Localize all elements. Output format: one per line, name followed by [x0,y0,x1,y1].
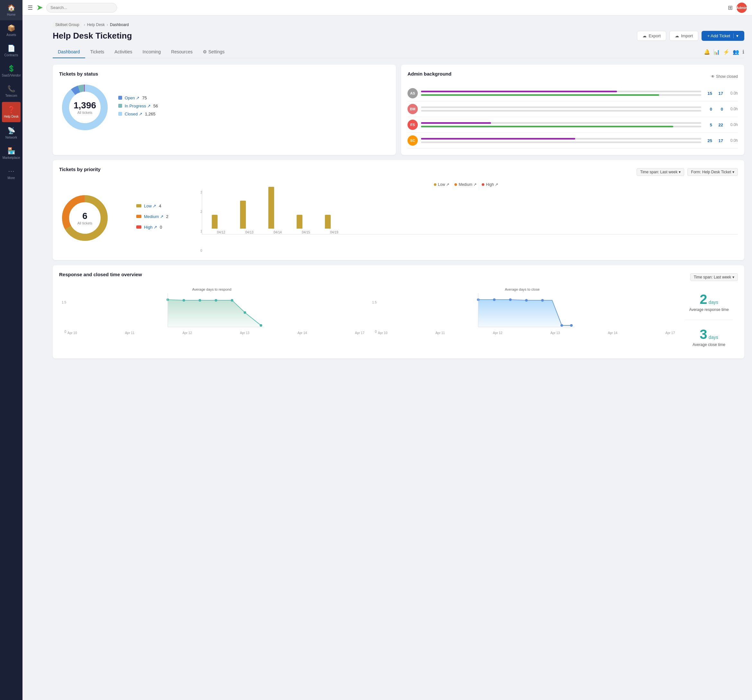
admin-bars [421,138,701,143]
respond-chart-area: Apr 10 Apr 11 Apr 12 Apr 13 Apr 14 Apr 1… [67,293,364,335]
response-overview-card: Response and closed time overview Time s… [53,265,744,359]
show-closed-toggle[interactable]: 👁 Show closed [711,74,738,79]
form-filter[interactable]: Form: Help Desk Ticket ▾ [687,168,738,176]
sidebar-item-telecom[interactable]: 📞 Telecom [0,81,22,101]
dropdown-arrow-icon: ▾ [733,33,738,38]
info-icon[interactable]: ℹ [743,49,744,55]
sidebar-item-marketplace[interactable]: 🏪 Marketplace [0,143,22,163]
people-icon[interactable]: 👥 [733,49,739,55]
saas-icon: 💲 [8,65,16,72]
sidebar-item-network[interactable]: 📡 Network [0,123,22,143]
avg-response-stat: 2 days Average response time [685,292,733,312]
admin-background-card: Admin background 👁 Show closed AS 15 17 … [401,65,744,155]
chevron-down-icon: ▾ [732,275,734,279]
breadcrumb: Skillset Group › Help Desk › Dashboard [53,22,744,28]
add-ticket-button[interactable]: + Add Ticket ▾ [702,31,744,41]
chevron-down-icon: ▾ [679,170,681,174]
helpdesk-icon: ❓ [8,106,16,114]
admin-num2: 0 [715,107,723,112]
grid-icon[interactable]: ⊞ [728,4,733,11]
closed-dot [118,112,122,116]
stat-divider [685,320,733,320]
tab-activities[interactable]: Activities [109,46,137,58]
network-icon: 📡 [8,127,16,134]
svg-point-23 [561,324,563,327]
legend-inprogress: In Progress ↗ 56 [118,104,158,108]
admin-bars [421,122,701,128]
priority-filters: Time span: Last week ▾ Form: Help Desk T… [637,168,738,176]
close-chart: Average days to close 1.5 0 [370,288,675,335]
tab-resources[interactable]: Resources [166,46,197,58]
vbar-group: 04/15 [297,187,315,234]
sidebar-item-more[interactable]: ⋯ More [0,163,22,184]
vbar-legend: Low ↗ Medium ↗ High ↗ [194,182,738,187]
search-input[interactable] [46,3,117,12]
export-button[interactable]: ☁ Export [637,31,666,41]
svg-point-19 [493,299,496,301]
sidebar-item-home[interactable]: 🏠 Home [0,0,22,20]
close-line-chart [378,293,675,328]
vbar-chart-container: Low ↗ Medium ↗ High ↗ 3210 [194,182,738,254]
svg-point-15 [259,324,262,327]
vbar-date-label: 04/13 [245,230,253,234]
import-icon: ☁ [675,33,679,38]
page-header: Help Desk Ticketing ☁ Export ☁ Import + … [53,31,744,41]
more-icon: ⋯ [8,167,14,175]
close-x-labels: Apr 10 Apr 11 Apr 12 Apr 13 Apr 14 Apr 1… [378,331,675,335]
priority-donut: 6 All tickets [59,192,110,244]
filter-icon[interactable]: ⚡ [723,49,730,55]
donut-center: 1,396 All tickets [74,100,96,115]
sidebar-item-helpdesk[interactable]: ❓ Help Desk [2,102,20,122]
vbar-legend-high: High ↗ [482,182,498,187]
contracts-icon: 📄 [8,44,16,52]
admin-num1: 25 [704,138,712,143]
svg-point-22 [541,299,544,302]
admin-num1: 15 [704,91,712,96]
svg-point-24 [570,324,573,327]
hamburger-menu[interactable]: ☰ [28,4,33,11]
eye-icon: 👁 [711,74,715,79]
avatar[interactable]: Admin [736,3,747,13]
import-button[interactable]: ☁ Import [670,31,698,41]
admin-row: FS 5 22 0.0h [407,117,738,133]
vbar-date-label: 04/15 [302,230,310,234]
page-title: Help Desk Ticketing [53,31,637,41]
admin-bars [421,106,701,112]
svg-point-12 [215,299,217,302]
tabs: Dashboard Tickets Activities Incoming Re… [53,46,744,58]
priority-legend: Low ↗ 4 Medium ↗ 2 High ↗ 0 [136,204,188,233]
admin-row: BM 0 0 0.0h [407,101,738,117]
sidebar-item-assets[interactable]: 📦 Assets [0,20,22,40]
brand-logo: ➤ [37,3,42,12]
admin-avatar: FS [407,120,418,130]
breadcrumb-parent[interactable]: Help Desk [87,22,105,27]
close-chart-title: Average days to close [370,288,675,291]
admin-row: SC 25 17 0.0h [407,133,738,149]
cards-row-1: Tickets by status [53,65,744,155]
chart-icon[interactable]: 📊 [713,49,720,55]
tickets-by-status-card: Tickets by status [53,65,396,155]
sidebar-item-contracts[interactable]: 📄 Contracts [0,40,22,61]
admin-bars [421,91,701,96]
admin-avatar: AS [407,88,418,98]
tab-incoming[interactable]: Incoming [138,46,166,58]
bell-icon[interactable]: 🔔 [704,49,710,55]
breadcrumb-group[interactable]: Skillset Group [53,22,82,28]
home-icon: 🏠 [8,4,16,12]
vbar-date-label: 04/14 [273,230,281,234]
admin-row: AS 15 17 0.0h [407,86,738,101]
tab-settings[interactable]: ⚙ Settings [197,46,230,58]
response-timespan-filter[interactable]: Time span: Last week ▾ [690,273,738,281]
timespan-filter[interactable]: Time span: Last week ▾ [637,168,684,176]
response-timespan: Time span: Last week ▾ [690,273,738,281]
close-chart-yaxis: 1.5 0 [370,293,675,335]
vbar-group: 04/12 [212,187,230,234]
tab-dashboard[interactable]: Dashboard [53,46,85,58]
svg-point-11 [199,299,201,302]
tab-tickets[interactable]: Tickets [85,46,110,58]
legend-closed: Closed ↗ 1,265 [118,112,158,117]
sidebar-item-saas[interactable]: 💲 SaaS/Vendor [0,61,22,81]
topbar-right: ⊞ Admin [728,3,747,13]
admin-num2: 17 [715,91,723,96]
admin-num2: 22 [715,123,723,128]
